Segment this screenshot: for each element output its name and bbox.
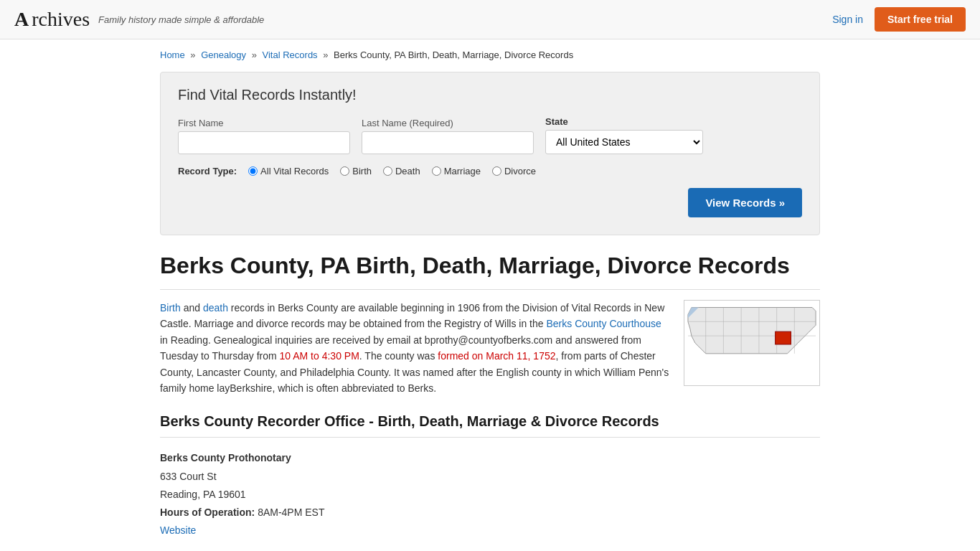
content-text: Birth and death records in Berks County … [160, 300, 669, 396]
radio-marriage[interactable] [432, 166, 441, 176]
recorder-heading: Berks County Recorder Office - Birth, De… [160, 413, 820, 438]
last-name-group: Last Name (Required) [362, 118, 534, 154]
radio-divorce[interactable] [492, 166, 501, 176]
start-trial-button[interactable]: Start free trial [875, 7, 966, 32]
header: Archives Family history made simple & af… [0, 0, 980, 39]
last-name-label: Last Name (Required) [362, 118, 534, 128]
first-name-group: First Name [178, 118, 350, 154]
record-type-birth[interactable]: Birth [340, 166, 372, 176]
record-type-row: Record Type: All Vital Records Birth Dea… [178, 166, 802, 176]
record-type-all[interactable]: All Vital Records [248, 166, 329, 176]
state-label: State [545, 116, 703, 127]
record-type-death[interactable]: Death [383, 166, 420, 176]
breadcrumb-sep-2: » [252, 50, 257, 60]
search-box: Find Vital Records Instantly! First Name… [160, 72, 820, 235]
search-fields: First Name Last Name (Required) State Al… [178, 116, 802, 154]
sign-in-link[interactable]: Sign in [832, 14, 863, 25]
logo-a: A [14, 8, 29, 31]
radio-birth[interactable] [340, 166, 349, 176]
breadcrumb-current: Berks County, PA Birth, Death, Marriage,… [334, 50, 573, 60]
content-section: Birth and death records in Berks County … [160, 300, 820, 396]
logo-rest: rchives [32, 8, 90, 31]
courthouse-link[interactable]: Berks County Courthouse [546, 318, 661, 329]
breadcrumb-home[interactable]: Home [160, 50, 185, 60]
breadcrumb-genealogy[interactable]: Genealogy [201, 50, 246, 60]
logo-tagline: Family history made simple & affordable [98, 14, 264, 25]
last-name-input[interactable] [362, 131, 534, 154]
hours-p: Hours of Operation: 8AM-4PM EST [160, 504, 820, 522]
hours-label: Hours of Operation: [160, 507, 255, 518]
hours-value: 8AM-4PM EST [258, 507, 324, 518]
pa-map-container [684, 300, 820, 386]
record-type-marriage[interactable]: Marriage [432, 166, 481, 176]
address-line2: Reading, PA 19601 [160, 486, 820, 504]
death-link[interactable]: death [203, 302, 228, 314]
radio-all[interactable] [248, 166, 258, 176]
state-select[interactable]: All United StatesAlabamaAlaskaArizonaArk… [545, 130, 703, 154]
body-paragraph: Birth and death records in Berks County … [160, 300, 669, 396]
record-type-label: Record Type: [178, 166, 237, 176]
breadcrumb-sep-3: » [323, 50, 328, 60]
address-line1: 633 Court St [160, 468, 820, 486]
record-type-divorce[interactable]: Divorce [492, 166, 536, 176]
search-title: Find Vital Records Instantly! [178, 87, 802, 103]
first-name-input[interactable] [178, 131, 350, 154]
state-group: State All United StatesAlabamaAlaskaAriz… [545, 116, 703, 154]
svg-rect-9 [776, 331, 791, 344]
main-content: Home » Genealogy » Vital Records » Berks… [146, 39, 834, 550]
pa-map [684, 300, 820, 396]
breadcrumb-sep-1: » [190, 50, 195, 60]
radio-death[interactable] [383, 166, 392, 176]
page-title: Berks County, PA Birth, Death, Marriage,… [160, 253, 820, 290]
breadcrumb: Home » Genealogy » Vital Records » Berks… [160, 50, 820, 60]
view-records-button[interactable]: View Records » [688, 188, 802, 217]
office-name-p: Berks County Prothonotary [160, 449, 820, 467]
office-info: Berks County Prothonotary 633 Court St R… [160, 449, 820, 540]
header-left: Archives Family history made simple & af… [14, 8, 264, 31]
website-p: Website [160, 522, 820, 540]
pa-map-svg [684, 300, 819, 386]
breadcrumb-vital-records[interactable]: Vital Records [263, 50, 318, 60]
office-name: Berks County Prothonotary [160, 452, 291, 463]
website-link[interactable]: Website [160, 524, 196, 536]
first-name-label: First Name [178, 118, 350, 128]
birth-link[interactable]: Birth [160, 302, 181, 314]
svg-marker-0 [688, 308, 816, 354]
header-right: Sign in Start free trial [832, 7, 966, 32]
logo: Archives [14, 8, 90, 31]
